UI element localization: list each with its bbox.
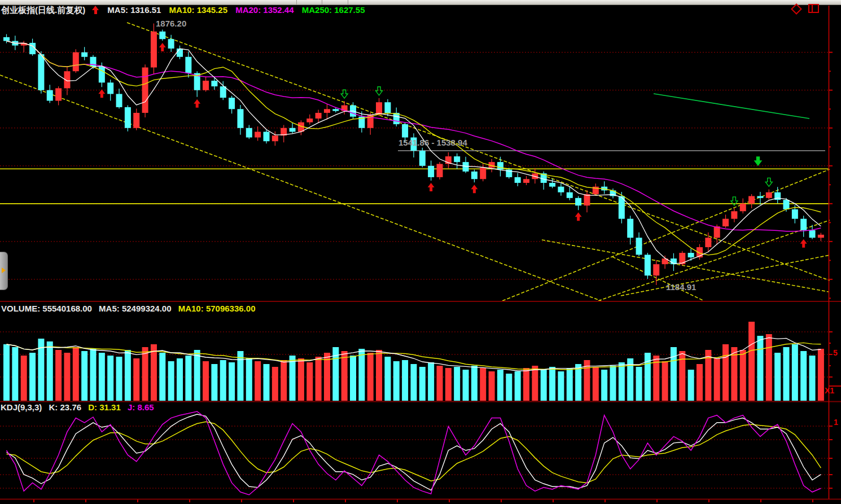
candle-body: [653, 264, 659, 275]
volume-bar: [29, 353, 36, 401]
candle-body: [463, 162, 469, 172]
buy-signal-arrow-icon: [159, 43, 166, 51]
buy-signal-arrow-icon: [98, 89, 105, 98]
expand-arrow-icon: [2, 268, 6, 273]
volume-bar: [800, 351, 807, 401]
volume-bar: [740, 350, 746, 401]
candle-body: [627, 219, 633, 238]
candle-body: [402, 124, 408, 137]
trendline[interactable]: [127, 23, 830, 281]
trendline[interactable]: [612, 257, 703, 300]
candle-body: [471, 172, 478, 179]
candle-body: [818, 235, 824, 238]
alert-down-arrow-icon: [755, 157, 761, 165]
candle-body: [688, 253, 694, 257]
volume-bar: [697, 364, 703, 401]
candle-body: [567, 192, 573, 198]
candle-body: [809, 230, 816, 238]
candle-body: [55, 88, 62, 100]
ma5-value-label[interactable]: MA5: 1316.51: [107, 5, 161, 15]
ma250-value-label[interactable]: MA250: 1627.55: [302, 5, 365, 15]
candle-body: [306, 119, 313, 122]
volume-bar: [748, 322, 755, 401]
kdj-k-label[interactable]: K: 23.76: [49, 402, 82, 412]
volume-bar: [142, 347, 148, 401]
kdj-panel[interactable]: [0, 411, 829, 495]
volume-bar: [125, 350, 131, 401]
candle-body: [133, 113, 139, 128]
volume-bar: [211, 364, 217, 401]
kdj-name-label[interactable]: KDJ(9,3,3): [1, 402, 42, 412]
volume-bar: [645, 353, 651, 401]
stock-app-window: 创业板指(日线.前复权) MA5: 1316.51 MA10: 1345.25 …: [0, 0, 841, 504]
volume-bar: [454, 367, 460, 401]
volume-bar: [298, 358, 304, 401]
volume-bar: [610, 366, 616, 401]
volume-ma5-label[interactable]: MA5: 52499324.00: [99, 304, 171, 313]
volume-bar: [151, 344, 157, 401]
volume-bar: [445, 368, 452, 401]
candle-body: [38, 54, 44, 90]
volume-bar: [428, 362, 434, 401]
candle-body: [177, 49, 183, 57]
volume-bar: [688, 370, 694, 401]
candle-body: [107, 82, 113, 94]
volume-value-label[interactable]: VOLUME: 55540168.00: [1, 304, 92, 313]
trendline[interactable]: [0, 75, 601, 301]
volume-axis-clipped-digit: 5: [833, 348, 838, 357]
volume-bar: [168, 361, 174, 401]
volume-bar: [593, 367, 599, 401]
volume-bar: [55, 350, 62, 401]
volume-bar: [515, 371, 521, 401]
volume-bar: [99, 353, 105, 401]
main-price-panel[interactable]: [0, 23, 830, 301]
candle-body: [316, 113, 322, 119]
volume-bar: [766, 334, 772, 401]
candle-body: [437, 164, 443, 177]
split-panes-icon[interactable]: [808, 4, 819, 13]
volume-bar: [306, 362, 313, 401]
candle-body: [705, 238, 711, 247]
volume-bar: [341, 351, 348, 401]
volume-bar: [393, 361, 400, 401]
volume-bar: [497, 370, 503, 401]
candle-body: [515, 177, 521, 183]
candle-body: [229, 98, 235, 109]
volume-bar: [506, 374, 512, 401]
kdj-k-line: [7, 414, 821, 490]
volume-bar: [818, 349, 824, 401]
ma10-value-label[interactable]: MA10: 1345.25: [169, 5, 227, 15]
candle-body: [757, 196, 763, 198]
candle-body: [290, 128, 296, 132]
volume-bar: [90, 349, 97, 401]
volume-bar: [783, 347, 790, 401]
volume-bar: [264, 364, 270, 401]
ma20-value-label[interactable]: MA20: 1352.44: [235, 5, 294, 15]
volume-bar: [541, 370, 547, 401]
volume-bar: [558, 371, 564, 401]
candle-body: [324, 109, 330, 113]
swing-low-label: 1184.91: [666, 282, 696, 292]
volume-bar: [437, 366, 443, 401]
volume-bar: [376, 350, 382, 401]
kdj-d-label[interactable]: D: 31.31: [88, 402, 121, 412]
candle-body: [116, 94, 122, 107]
volume-ma10-label[interactable]: MA10: 57096336.00: [178, 304, 256, 313]
candle-body: [740, 204, 746, 211]
instrument-title: 创业板指(日线.前复权): [1, 5, 85, 15]
trendline[interactable]: [621, 255, 830, 296]
trendline[interactable]: [502, 169, 830, 301]
volume-bar: [809, 356, 816, 401]
candle-body: [558, 187, 564, 192]
kdj-header: KDJ(9,3,3) K: 23.76 D: 31.31 J: 8.65: [1, 402, 159, 412]
volume-panel[interactable]: [0, 322, 829, 401]
sidebar-expand-tab[interactable]: [0, 252, 8, 290]
volume-bar: [671, 347, 677, 401]
red-up-arrow-icon: [92, 6, 99, 14]
volume-bar: [177, 358, 183, 401]
candle-body: [376, 102, 382, 115]
range-line-label: 1541.86 - 1538.94: [398, 138, 467, 147]
volume-bar: [116, 357, 122, 401]
volume-bar: [662, 361, 668, 401]
kdj-j-label[interactable]: J: 8.65: [128, 402, 154, 412]
